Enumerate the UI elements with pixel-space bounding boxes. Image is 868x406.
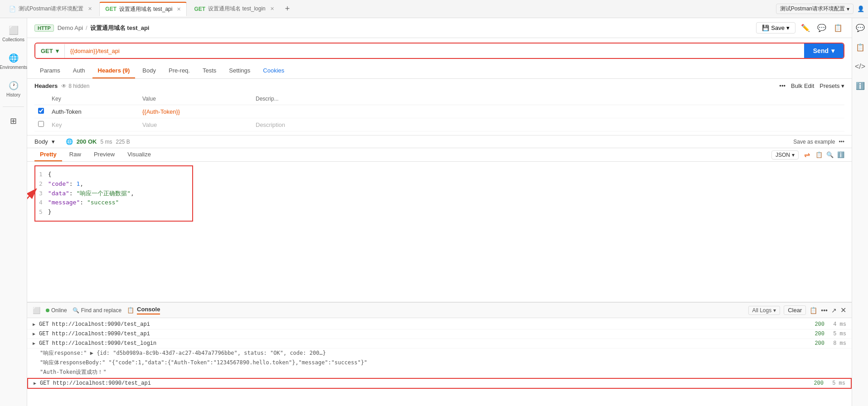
resp-size: 225 B: [116, 139, 130, 145]
breadcrumb-separator: /: [86, 24, 87, 31]
presets-btn[interactable]: Presets ▾: [820, 82, 844, 89]
headers-actions: ••• Bulk Edit Presets ▾: [779, 82, 844, 89]
comment-icon-button[interactable]: 💬: [815, 22, 828, 34]
main-container: ⬜ Collections 🌐 Environments 🕐 History ⊞…: [0, 18, 868, 406]
resp-more-btn[interactable]: •••: [839, 139, 844, 145]
online-label: Online: [51, 307, 67, 314]
header-desc-1: [252, 105, 747, 118]
sidebar-right-icon1[interactable]: 💬: [854, 22, 867, 34]
log-entry-2-expand[interactable]: ▶: [33, 331, 35, 337]
log-entry-1-text: GET http://localhost:9090/test_api: [39, 321, 806, 328]
breadcrumb: Demo Api / 设置通用域名 test_api: [58, 24, 753, 32]
sidebar-item-environments[interactable]: 🌐 Environments: [0, 49, 27, 73]
header-value-1[interactable]: {{Auth-Token}}: [139, 105, 252, 118]
resp-tab-preview[interactable]: Preview: [88, 148, 120, 161]
find-replace-btn[interactable]: 🔍 Find and replace: [73, 307, 121, 314]
user-profile-icon[interactable]: 👤: [857, 5, 864, 12]
log-entry-1-expand[interactable]: ▶: [33, 322, 35, 327]
url-input[interactable]: [65, 44, 804, 58]
console-copy-btn[interactable]: 📋: [810, 307, 817, 314]
code-area: 12345 { "code": 1, "data": "响应一个正确数据", "…: [39, 170, 189, 217]
resp-tab-visualize[interactable]: Visualize: [122, 148, 156, 161]
log-entry-2: ▶ GET http://localhost:9090/test_api 200…: [27, 329, 852, 339]
save-example-btn[interactable]: Save as example: [793, 139, 835, 145]
sidebar-item-history[interactable]: 🕐 History: [0, 77, 27, 101]
header-row-1-checkbox[interactable]: [38, 108, 44, 114]
resp-info-icon[interactable]: ℹ️: [837, 151, 844, 158]
resp-search-icon[interactable]: 🔍: [826, 151, 834, 158]
log-detail-2-text: "响应体responseBody:" "{"code":1,"data":{"A…: [40, 359, 367, 366]
console-online: Online: [46, 307, 67, 314]
console-more-btn[interactable]: •••: [821, 307, 828, 314]
tab-body[interactable]: Body: [137, 63, 161, 78]
headers-table: Key Value Descrip... Auth-Token {{Auth-T…: [34, 93, 844, 131]
share-icon-button[interactable]: 📋: [832, 22, 844, 34]
tab-params[interactable]: Params: [34, 63, 66, 78]
tab-doc[interactable]: 📄 测试Postman请求环境配置 ✕: [4, 2, 97, 16]
console-close-btn[interactable]: ✕: [840, 306, 846, 314]
console-body: ▶ GET http://localhost:9090/test_api 200…: [27, 318, 852, 406]
sidebar-right-icon2[interactable]: 📋: [854, 41, 867, 53]
header-value-empty[interactable]: Value: [139, 118, 252, 131]
sidebar-right-icon3[interactable]: </>: [853, 61, 867, 72]
header-row-empty-checkbox[interactable]: [38, 121, 44, 127]
method-select[interactable]: GET ▾: [35, 44, 65, 58]
log-entry-3-expand[interactable]: ▶: [33, 341, 35, 346]
console-detach-btn[interactable]: ↗: [831, 307, 837, 314]
json-format-selector[interactable]: JSON ▾: [771, 150, 799, 160]
header-key-empty[interactable]: Key: [48, 118, 139, 131]
response-body-box: 12345 { "code": 1, "data": "响应一个正确数据", "…: [34, 165, 193, 222]
send-button[interactable]: Send ▾: [804, 44, 844, 58]
online-dot: [46, 309, 49, 312]
tab-get-login-close[interactable]: ✕: [270, 6, 274, 12]
sidebar-environments-label: Environments: [0, 65, 27, 70]
tab-tests[interactable]: Tests: [197, 63, 222, 78]
code-col: { "code": 1, "data": "响应一个正确数据", "messag…: [48, 170, 134, 217]
resp-copy-icon[interactable]: 📋: [815, 151, 823, 158]
desc-header: Descrip...: [252, 93, 747, 105]
response-body-label: Body: [34, 138, 48, 145]
sidebar-item-more[interactable]: ⊞: [0, 112, 27, 130]
console-expand-btn[interactable]: ⬜: [33, 307, 40, 314]
all-logs-btn[interactable]: All Logs ▾: [748, 306, 781, 315]
resp-filter-icon[interactable]: ⇌: [804, 150, 810, 159]
key-header: Key: [48, 93, 139, 105]
resp-tab-raw[interactable]: Raw: [64, 148, 87, 161]
sidebar-divider: [3, 106, 24, 107]
headers-toolbar: Headers 👁 8 hidden ••• Bulk Edit Presets…: [34, 82, 844, 89]
right-sidebar: 💬 📋 </> ℹ️: [852, 18, 868, 406]
tab-auth[interactable]: Auth: [68, 63, 91, 78]
clear-btn[interactable]: Clear: [784, 305, 806, 315]
add-tab-button[interactable]: +: [281, 4, 294, 14]
bulk-edit-btn[interactable]: Bulk Edit: [791, 82, 814, 89]
url-bar: GET ▾ Send ▾: [34, 43, 844, 59]
header-key-1[interactable]: Auth-Token: [48, 105, 139, 118]
edit-icon-button[interactable]: ✏️: [799, 22, 812, 34]
tab-get-test-api[interactable]: GET 设置通用域名 test_api ✕: [99, 2, 187, 16]
request-header: HTTP Demo Api / 设置通用域名 test_api 💾 Save ▾…: [27, 18, 852, 38]
request-panel: HTTP Demo Api / 设置通用域名 test_api 💾 Save ▾…: [27, 18, 852, 135]
save-button[interactable]: 💾 Save ▾: [756, 22, 795, 34]
tab-headers[interactable]: Headers (9): [92, 63, 136, 78]
resp-tab-pretty[interactable]: Pretty: [34, 148, 62, 161]
log-entry-4-expand[interactable]: ▶: [34, 381, 36, 386]
console-toolbar: ⬜ Online 🔍 Find and replace 📋 Console: [27, 303, 852, 318]
body-chevron[interactable]: ▾: [52, 138, 55, 145]
console-tab[interactable]: 📋 Console: [127, 306, 160, 314]
tab-get-test-login[interactable]: GET 设置通用域名 test_login ✕: [189, 2, 279, 16]
tab-doc-icon: 📄: [9, 6, 16, 12]
sidebar-right-icon4[interactable]: ℹ️: [854, 80, 867, 92]
tab-get-test-api-close[interactable]: ✕: [177, 6, 181, 12]
more-actions-icon[interactable]: •••: [779, 82, 786, 89]
tab-cookies[interactable]: Cookies: [257, 63, 290, 78]
line-numbers-col: 12345: [39, 170, 48, 217]
sidebar-item-collections[interactable]: ⬜ Collections: [0, 22, 27, 46]
status-ok: 200 OK: [77, 138, 97, 145]
log-detail-3-text: "Auth-Token设置成功！": [40, 369, 107, 375]
tab-prereq[interactable]: Pre-req.: [163, 63, 195, 78]
log-entry-1-time: 4 ms: [828, 321, 846, 328]
breadcrumb-current: 设置通用域名 test_api: [90, 24, 150, 32]
tab-settings[interactable]: Settings: [223, 63, 256, 78]
env-selector[interactable]: 测试Postman请求环境配置 ▾: [776, 4, 853, 14]
tab-doc-close[interactable]: ✕: [88, 6, 92, 12]
